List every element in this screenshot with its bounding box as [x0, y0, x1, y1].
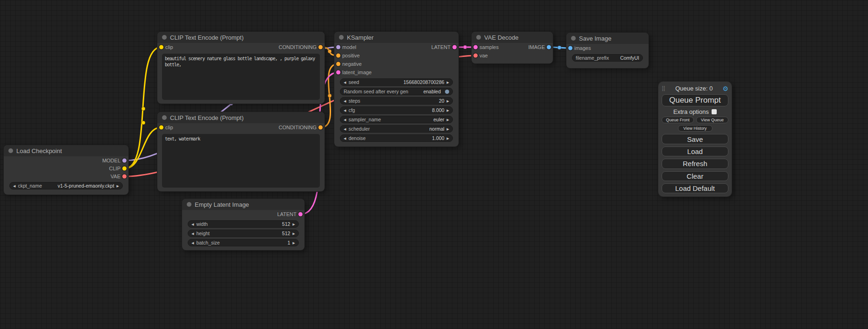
positive-prompt-textarea[interactable]: beautiful scenery nature glass bottle la…: [162, 54, 320, 100]
extra-options-row: Extra options: [662, 107, 728, 116]
node-ksampler[interactable]: KSampler model LATENT positive negative …: [334, 32, 459, 147]
next-arrow-icon[interactable]: ▶: [447, 118, 449, 121]
save-button[interactable]: Save: [662, 134, 728, 144]
model-input-dot[interactable]: [336, 45, 340, 49]
next-arrow-icon[interactable]: ▶: [447, 99, 449, 103]
node-titlebar[interactable]: Empty Latent Image: [182, 199, 304, 210]
node-vae-decode[interactable]: VAE Decode samples IMAGE vae: [472, 32, 553, 63]
samples-input-dot[interactable]: [473, 45, 478, 49]
prev-arrow-icon[interactable]: ◀: [344, 109, 346, 112]
image-output-dot[interactable]: [547, 45, 551, 49]
refresh-button[interactable]: Refresh: [662, 159, 728, 168]
vae-input-dot[interactable]: [473, 54, 478, 58]
prev-arrow-icon[interactable]: ◀: [344, 118, 346, 121]
slot-row: samples IMAGE: [472, 43, 553, 51]
clip-input-dot[interactable]: [159, 45, 163, 49]
node-clip-text-encode-positive[interactable]: CLIP Text Encode (Prompt) clip CONDITION…: [157, 32, 325, 104]
link-midpoint-dot: [463, 45, 467, 49]
prev-arrow-icon[interactable]: ◀: [191, 241, 194, 245]
latent-image-input-dot[interactable]: [336, 70, 340, 75]
queue-front-button[interactable]: Queue Front: [662, 117, 694, 123]
prev-arrow-icon[interactable]: ◀: [191, 223, 194, 226]
link-clip-to-negative[interactable]: [125, 127, 161, 168]
input-slot-images: images: [566, 44, 649, 52]
cfg-widget[interactable]: ◀ cfg 8.000 ▶: [340, 106, 453, 114]
prev-arrow-icon[interactable]: ◀: [344, 81, 346, 84]
input-slot-positive: positive: [334, 51, 459, 60]
drag-handle-icon[interactable]: ⣿: [662, 85, 665, 91]
next-arrow-icon[interactable]: ▶: [117, 184, 119, 188]
node-save-image[interactable]: Save Image images filename_prefix ComfyU…: [566, 33, 649, 68]
conditioning-output-dot[interactable]: [318, 126, 323, 130]
node-load-checkpoint[interactable]: Load Checkpoint MODEL CLIP VAE ◀ ckpt_na…: [4, 145, 128, 195]
node-titlebar[interactable]: Save Image: [566, 33, 649, 44]
load-default-button[interactable]: Load Default: [662, 183, 728, 193]
queue-prompt-button[interactable]: Queue Prompt: [662, 94, 728, 106]
latent-output-dot[interactable]: [452, 45, 457, 49]
node-collapse-dot[interactable]: [8, 148, 13, 153]
view-queue-button[interactable]: View Queue: [696, 117, 728, 123]
seed-widget[interactable]: ◀ seed 156680208700286 ▶: [340, 78, 453, 86]
positive-input-dot[interactable]: [336, 54, 340, 58]
view-history-button[interactable]: View History: [678, 125, 713, 132]
steps-widget[interactable]: ◀ steps 20 ▶: [340, 97, 453, 105]
node-clip-text-encode-negative[interactable]: CLIP Text Encode (Prompt) clip CONDITION…: [157, 112, 325, 191]
next-arrow-icon[interactable]: ▶: [293, 223, 295, 226]
clip-output-dot[interactable]: [122, 166, 127, 170]
next-arrow-icon[interactable]: ▶: [447, 109, 449, 112]
node-collapse-dot[interactable]: [162, 115, 167, 120]
ckpt-name-widget[interactable]: ◀ ckpt_name v1-5-pruned-emaonly.ckpt ▶: [9, 182, 123, 189]
node-title: KSampler: [347, 34, 374, 41]
node-title: CLIP Text Encode (Prompt): [170, 34, 244, 41]
queue-buttons-row: Queue Front View Queue: [662, 117, 728, 123]
prev-arrow-icon[interactable]: ◀: [344, 137, 346, 140]
node-collapse-dot[interactable]: [476, 35, 481, 40]
negative-input-dot[interactable]: [336, 62, 340, 66]
batch-size-widget[interactable]: ◀ batch_size 1 ▶: [188, 239, 299, 246]
filename-prefix-widget[interactable]: filename_prefix ComfyUI: [572, 54, 643, 62]
settings-gear-icon[interactable]: ⚙: [722, 85, 728, 92]
random-seed-toggle-widget[interactable]: Random seed after every gen enabled: [340, 88, 453, 95]
graph-canvas[interactable]: { "colors": { "model": "#B39DDB", "clip"…: [0, 0, 868, 329]
next-arrow-icon[interactable]: ▶: [293, 241, 295, 245]
slot-row: clip CONDITIONING: [157, 43, 325, 51]
node-titlebar[interactable]: Load Checkpoint: [4, 145, 128, 156]
height-widget[interactable]: ◀ height 512 ▶: [188, 230, 299, 237]
node-collapse-dot[interactable]: [571, 36, 576, 41]
slot-row: model LATENT: [334, 43, 459, 51]
output-slot-clip: CLIP: [4, 164, 128, 172]
prev-arrow-icon[interactable]: ◀: [344, 127, 346, 131]
node-collapse-dot[interactable]: [162, 35, 167, 40]
next-arrow-icon[interactable]: ▶: [293, 232, 295, 235]
load-button[interactable]: Load: [662, 147, 728, 156]
extra-options-checkbox[interactable]: [712, 109, 717, 114]
vae-output-dot[interactable]: [122, 174, 127, 178]
width-widget[interactable]: ◀ width 512 ▶: [188, 220, 299, 228]
negative-prompt-textarea[interactable]: text, watermark: [162, 134, 320, 188]
prev-arrow-icon[interactable]: ◀: [13, 184, 15, 188]
denoise-widget[interactable]: ◀ denoise 1.000 ▶: [340, 134, 453, 142]
prev-arrow-icon[interactable]: ◀: [344, 99, 346, 103]
prev-arrow-icon[interactable]: ◀: [191, 232, 194, 235]
node-collapse-dot[interactable]: [339, 35, 344, 40]
clip-input-dot[interactable]: [159, 126, 163, 130]
next-arrow-icon[interactable]: ▶: [447, 137, 449, 140]
queue-menu-panel: ⣿ Queue size: 0 ⚙ Queue Prompt Extra opt…: [658, 82, 732, 196]
node-title: Save Image: [579, 35, 611, 42]
scheduler-widget[interactable]: ◀ scheduler normal ▶: [340, 125, 453, 133]
node-titlebar[interactable]: CLIP Text Encode (Prompt): [157, 32, 325, 43]
next-arrow-icon[interactable]: ▶: [447, 127, 449, 131]
model-output-dot[interactable]: [122, 158, 127, 162]
sampler-name-widget[interactable]: ◀ sampler_name euler ▶: [340, 116, 453, 123]
latent-output-dot[interactable]: [298, 212, 303, 217]
node-collapse-dot[interactable]: [187, 202, 191, 207]
node-titlebar[interactable]: VAE Decode: [472, 32, 553, 43]
toggle-knob[interactable]: [445, 90, 449, 94]
node-empty-latent-image[interactable]: Empty Latent Image LATENT ◀ width 512 ▶ …: [182, 199, 304, 250]
conditioning-output-dot[interactable]: [318, 45, 323, 49]
node-titlebar[interactable]: KSampler: [334, 32, 459, 43]
node-titlebar[interactable]: CLIP Text Encode (Prompt): [157, 112, 325, 123]
images-input-dot[interactable]: [568, 46, 572, 50]
next-arrow-icon[interactable]: ▶: [447, 81, 449, 84]
clear-button[interactable]: Clear: [662, 171, 728, 181]
